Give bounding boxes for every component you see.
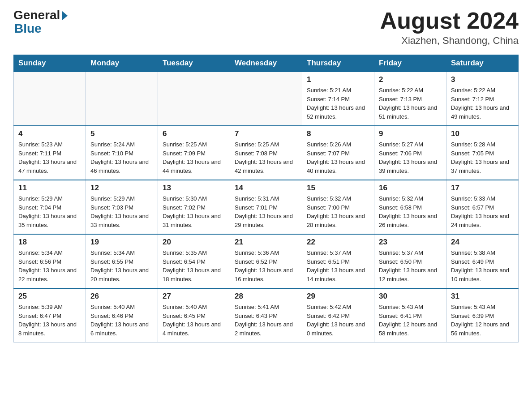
page-header: General Blue August 2024 Xiazhen, Shando…: [13, 9, 519, 47]
table-row: 28Sunrise: 5:41 AMSunset: 6:43 PMDayligh…: [230, 288, 302, 342]
day-number: 7: [235, 129, 297, 138]
day-info: Sunrise: 5:29 AMSunset: 7:04 PMDaylight:…: [18, 194, 81, 229]
day-number: 27: [163, 292, 225, 301]
day-info: Sunrise: 5:25 AMSunset: 7:08 PMDaylight:…: [235, 140, 297, 175]
day-number: 3: [451, 75, 514, 84]
calendar-week-row: 1Sunrise: 5:21 AMSunset: 7:14 PMDaylight…: [14, 72, 519, 126]
table-row: 13Sunrise: 5:30 AMSunset: 7:02 PMDayligh…: [158, 180, 230, 234]
col-thursday: Thursday: [302, 55, 374, 72]
col-wednesday: Wednesday: [230, 55, 302, 72]
day-number: 25: [18, 292, 81, 301]
table-row: 16Sunrise: 5:32 AMSunset: 6:58 PMDayligh…: [374, 180, 446, 234]
day-info: Sunrise: 5:27 AMSunset: 7:06 PMDaylight:…: [379, 140, 442, 175]
table-row: 12Sunrise: 5:29 AMSunset: 7:03 PMDayligh…: [86, 180, 158, 234]
col-friday: Friday: [374, 55, 446, 72]
day-number: 4: [18, 129, 81, 138]
day-info: Sunrise: 5:31 AMSunset: 7:01 PMDaylight:…: [235, 194, 297, 229]
table-row: 1Sunrise: 5:21 AMSunset: 7:14 PMDaylight…: [302, 72, 374, 126]
day-number: 1: [307, 75, 369, 84]
table-row: 31Sunrise: 5:43 AMSunset: 6:39 PMDayligh…: [446, 288, 519, 342]
day-info: Sunrise: 5:41 AMSunset: 6:43 PMDaylight:…: [235, 303, 297, 338]
day-number: 31: [451, 292, 514, 301]
day-info: Sunrise: 5:40 AMSunset: 6:46 PMDaylight:…: [90, 303, 153, 338]
day-number: 29: [307, 292, 369, 301]
day-info: Sunrise: 5:23 AMSunset: 7:11 PMDaylight:…: [18, 140, 81, 175]
table-row: 25Sunrise: 5:39 AMSunset: 6:47 PMDayligh…: [14, 288, 86, 342]
day-number: 11: [18, 184, 81, 193]
table-row: 4Sunrise: 5:23 AMSunset: 7:11 PMDaylight…: [14, 126, 86, 180]
table-row: 15Sunrise: 5:32 AMSunset: 7:00 PMDayligh…: [302, 180, 374, 234]
location: Xiazhen, Shandong, China: [380, 35, 519, 47]
day-info: Sunrise: 5:30 AMSunset: 7:02 PMDaylight:…: [163, 194, 225, 229]
day-number: 21: [235, 238, 297, 247]
table-row: 6Sunrise: 5:25 AMSunset: 7:09 PMDaylight…: [158, 126, 230, 180]
day-info: Sunrise: 5:39 AMSunset: 6:47 PMDaylight:…: [18, 303, 81, 338]
table-row: 2Sunrise: 5:22 AMSunset: 7:13 PMDaylight…: [374, 72, 446, 126]
day-number: 15: [307, 184, 369, 193]
day-number: 28: [235, 292, 297, 301]
calendar-table: Sunday Monday Tuesday Wednesday Thursday…: [13, 55, 519, 342]
table-row: 7Sunrise: 5:25 AMSunset: 7:08 PMDaylight…: [230, 126, 302, 180]
table-row: 19Sunrise: 5:34 AMSunset: 6:55 PMDayligh…: [86, 234, 158, 288]
day-info: Sunrise: 5:36 AMSunset: 6:52 PMDaylight:…: [235, 248, 297, 283]
table-row: 23Sunrise: 5:37 AMSunset: 6:50 PMDayligh…: [374, 234, 446, 288]
logo-general-text: General: [13, 9, 60, 21]
table-row: 18Sunrise: 5:34 AMSunset: 6:56 PMDayligh…: [14, 234, 86, 288]
table-row: [14, 72, 86, 126]
day-number: 5: [90, 129, 153, 138]
day-number: 20: [163, 238, 225, 247]
day-number: 26: [90, 292, 153, 301]
table-row: 30Sunrise: 5:43 AMSunset: 6:41 PMDayligh…: [374, 288, 446, 342]
day-number: 19: [90, 238, 153, 247]
logo-blue-text: Blue: [14, 22, 68, 35]
day-number: 24: [451, 238, 514, 247]
day-info: Sunrise: 5:26 AMSunset: 7:07 PMDaylight:…: [307, 140, 369, 175]
day-info: Sunrise: 5:29 AMSunset: 7:03 PMDaylight:…: [90, 194, 153, 229]
table-row: 22Sunrise: 5:37 AMSunset: 6:51 PMDayligh…: [302, 234, 374, 288]
day-info: Sunrise: 5:42 AMSunset: 6:42 PMDaylight:…: [307, 303, 369, 338]
calendar-week-row: 18Sunrise: 5:34 AMSunset: 6:56 PMDayligh…: [14, 234, 519, 288]
calendar-week-row: 25Sunrise: 5:39 AMSunset: 6:47 PMDayligh…: [14, 288, 519, 342]
calendar-week-row: 4Sunrise: 5:23 AMSunset: 7:11 PMDaylight…: [14, 126, 519, 180]
day-info: Sunrise: 5:34 AMSunset: 6:55 PMDaylight:…: [90, 248, 153, 283]
day-number: 12: [90, 184, 153, 193]
day-number: 14: [235, 184, 297, 193]
day-number: 16: [379, 184, 442, 193]
table-row: 21Sunrise: 5:36 AMSunset: 6:52 PMDayligh…: [230, 234, 302, 288]
day-number: 13: [163, 184, 225, 193]
title-area: August 2024 Xiazhen, Shandong, China: [380, 9, 519, 47]
calendar-body: 1Sunrise: 5:21 AMSunset: 7:14 PMDaylight…: [14, 72, 519, 342]
day-number: 9: [379, 129, 442, 138]
day-number: 23: [379, 238, 442, 247]
logo: General Blue: [13, 9, 68, 35]
table-row: 8Sunrise: 5:26 AMSunset: 7:07 PMDaylight…: [302, 126, 374, 180]
day-info: Sunrise: 5:28 AMSunset: 7:05 PMDaylight:…: [451, 140, 514, 175]
day-info: Sunrise: 5:25 AMSunset: 7:09 PMDaylight:…: [163, 140, 225, 175]
calendar-week-row: 11Sunrise: 5:29 AMSunset: 7:04 PMDayligh…: [14, 180, 519, 234]
day-number: 8: [307, 129, 369, 138]
table-row: 17Sunrise: 5:33 AMSunset: 6:57 PMDayligh…: [446, 180, 519, 234]
table-row: 10Sunrise: 5:28 AMSunset: 7:05 PMDayligh…: [446, 126, 519, 180]
day-number: 10: [451, 129, 514, 138]
day-info: Sunrise: 5:22 AMSunset: 7:12 PMDaylight:…: [451, 86, 514, 121]
day-info: Sunrise: 5:33 AMSunset: 6:57 PMDaylight:…: [451, 194, 514, 229]
table-row: 11Sunrise: 5:29 AMSunset: 7:04 PMDayligh…: [14, 180, 86, 234]
table-row: [86, 72, 158, 126]
logo-arrow-icon: [62, 11, 68, 20]
day-info: Sunrise: 5:32 AMSunset: 6:58 PMDaylight:…: [379, 194, 442, 229]
day-info: Sunrise: 5:21 AMSunset: 7:14 PMDaylight:…: [307, 86, 369, 121]
table-row: [158, 72, 230, 126]
col-saturday: Saturday: [446, 55, 519, 72]
day-info: Sunrise: 5:43 AMSunset: 6:41 PMDaylight:…: [379, 303, 442, 338]
table-row: 3Sunrise: 5:22 AMSunset: 7:12 PMDaylight…: [446, 72, 519, 126]
day-info: Sunrise: 5:24 AMSunset: 7:10 PMDaylight:…: [90, 140, 153, 175]
table-row: [230, 72, 302, 126]
day-info: Sunrise: 5:22 AMSunset: 7:13 PMDaylight:…: [379, 86, 442, 121]
day-info: Sunrise: 5:38 AMSunset: 6:49 PMDaylight:…: [451, 248, 514, 283]
day-info: Sunrise: 5:40 AMSunset: 6:45 PMDaylight:…: [163, 303, 225, 338]
table-row: 9Sunrise: 5:27 AMSunset: 7:06 PMDaylight…: [374, 126, 446, 180]
table-row: 24Sunrise: 5:38 AMSunset: 6:49 PMDayligh…: [446, 234, 519, 288]
col-monday: Monday: [86, 55, 158, 72]
day-number: 17: [451, 184, 514, 193]
table-row: 29Sunrise: 5:42 AMSunset: 6:42 PMDayligh…: [302, 288, 374, 342]
